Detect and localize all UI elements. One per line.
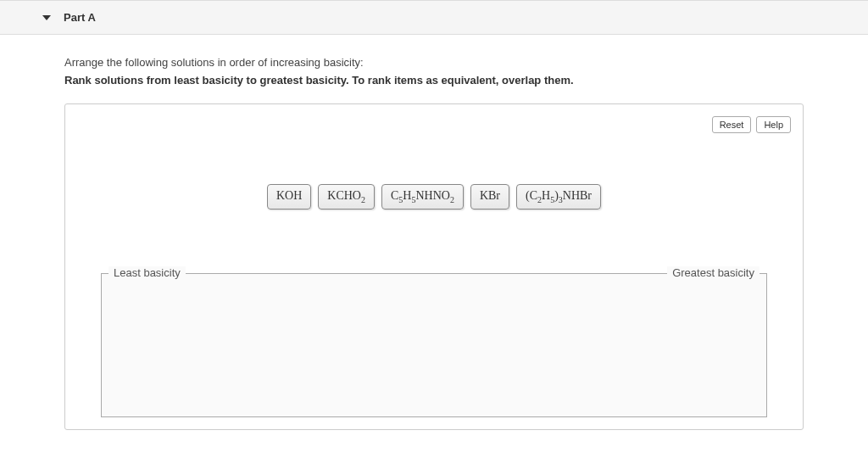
work-area: Reset Help KOH KCHO2 C5H5NHNO2 KBr (C2H5… bbox=[64, 103, 804, 430]
help-button[interactable]: Help bbox=[756, 116, 791, 133]
zone-label-greatest: Greatest basicity bbox=[667, 266, 760, 279]
instruction-main: Arrange the following solutions in order… bbox=[64, 56, 804, 69]
tiles-row: KOH KCHO2 C5H5NHNO2 KBr (C2H5)3NHBr bbox=[77, 184, 791, 210]
instruction-bold: Rank solutions from least basicity to gr… bbox=[64, 74, 804, 87]
part-title: Part A bbox=[64, 11, 96, 24]
button-row: Reset Help bbox=[77, 116, 791, 133]
section-header[interactable]: Part A bbox=[0, 0, 868, 35]
drop-zone[interactable]: Least basicity Greatest basicity bbox=[101, 273, 767, 417]
zone-label-least: Least basicity bbox=[108, 266, 186, 279]
tile-c2h53nhbr[interactable]: (C2H5)3NHBr bbox=[516, 184, 601, 210]
tile-c5h5nhno2[interactable]: C5H5NHNO2 bbox=[381, 184, 464, 210]
content-area: Arrange the following solutions in order… bbox=[0, 56, 868, 447]
reset-button[interactable]: Reset bbox=[712, 116, 752, 133]
collapse-icon bbox=[42, 15, 51, 20]
tile-kcho2[interactable]: KCHO2 bbox=[318, 184, 375, 210]
tile-koh[interactable]: KOH bbox=[267, 184, 311, 210]
tile-kbr[interactable]: KBr bbox=[470, 184, 509, 210]
